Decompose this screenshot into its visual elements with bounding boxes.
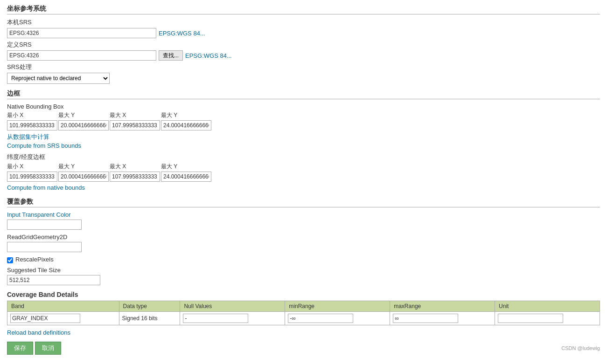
unit-cell: [495, 312, 600, 325]
lat-min-x-col-label: 最小 X: [7, 163, 57, 171]
read-grid-geometry-field[interactable]: [7, 242, 82, 252]
compute-links: 从数据集中计算 Compute from SRS bounds: [7, 133, 600, 149]
srs-handling-select[interactable]: Reproject native to declared Keep native…: [7, 73, 110, 84]
min-y-col-label: 最大 Y: [58, 111, 109, 119]
cancel-button[interactable]: 取消: [35, 342, 61, 355]
null-values-cell: [180, 312, 285, 325]
native-min-y-input[interactable]: [58, 120, 109, 130]
rescale-pixels-row: RescalePixels: [7, 256, 600, 264]
compute-from-data-link[interactable]: 从数据集中计算: [7, 133, 600, 141]
reload-band-link[interactable]: Reload band definitions: [7, 329, 70, 336]
lat-max-y-col-label: 最大 Y: [161, 163, 211, 171]
declared-srs-row: 查找... EPSG:WGS 84...: [7, 50, 600, 61]
native-srs-link[interactable]: EPSG:WGS 84...: [159, 30, 205, 37]
native-bbox-col-headers: 最小 X 最大 Y 最大 X 最大 Y: [7, 111, 600, 119]
compute-from-srs-link[interactable]: Compute from SRS bounds: [7, 142, 81, 149]
data-type-cell: Signed 16 bits: [119, 312, 180, 325]
max-range-input[interactable]: [393, 314, 458, 323]
crs-section: 坐标参考系统 本机SRS EPSG:WGS 84... 定义SRS 查找... …: [7, 5, 600, 84]
native-srs-row: EPSG:WGS 84...: [7, 28, 600, 38]
latlon-bbox-col-headers: 最小 X 最大 Y 最大 X 最大 Y: [7, 163, 600, 171]
read-grid-geometry-label: ReadGridGeometry2D: [7, 234, 600, 240]
min-x-col-label: 最小 X: [7, 111, 57, 119]
srs-handling-row: Reproject native to declared Keep native…: [7, 73, 600, 84]
native-bbox-inputs: [7, 120, 600, 130]
rescale-pixels-checkbox[interactable]: [7, 257, 13, 263]
coverage-params-title: 覆盖参数: [7, 198, 600, 206]
coverage-band-section: Coverage Band Details Band Data type Nul…: [7, 291, 600, 336]
input-transparent-color-field[interactable]: [7, 220, 82, 230]
lat-max-x-input[interactable]: [110, 172, 160, 182]
input-transparent-color-label: Input Transparent Color: [7, 211, 600, 218]
data-type-value: Signed 16 bits: [122, 315, 158, 322]
unit-col-header: Unit: [495, 301, 600, 312]
max-range-cell: [390, 312, 495, 325]
find-button[interactable]: 查找...: [159, 50, 183, 61]
coverage-band-title: Coverage Band Details: [7, 291, 600, 298]
native-srs-label: 本机SRS: [7, 18, 600, 27]
declared-srs-input[interactable]: [7, 50, 156, 61]
null-values-col-header: Null Values: [180, 301, 285, 312]
suggested-tile-size-row: [7, 275, 600, 285]
suggested-tile-size-label: Suggested Tile Size: [7, 267, 600, 274]
unit-input[interactable]: [498, 314, 563, 323]
null-values-input[interactable]: [183, 314, 248, 323]
latlon-bbox-inputs: [7, 172, 600, 182]
suggested-tile-size-field[interactable]: [7, 275, 100, 285]
native-min-x-input[interactable]: [7, 120, 57, 130]
input-transparent-color-row: [7, 220, 600, 230]
latlon-bbox-label: 纬度/经度边框: [7, 153, 600, 161]
declared-srs-label: 定义SRS: [7, 41, 600, 49]
rescale-pixels-label: RescalePixels: [15, 256, 54, 263]
coverage-params-section: 覆盖参数 Input Transparent Color ReadGridGeo…: [7, 198, 600, 285]
footer-bar: 保存 取消 CSDN @ludewig: [7, 342, 600, 355]
band-table: Band Data type Null Values minRange maxR…: [7, 301, 600, 325]
native-srs-input[interactable]: [7, 28, 156, 38]
bbox-section-title: 边框: [7, 89, 600, 98]
crs-section-title: 坐标参考系统: [7, 5, 600, 13]
bbox-section: 边框 Native Bounding Box 最小 X 最大 Y 最大 X 最大…: [7, 89, 600, 191]
lat-max-x-col-label: 最大 X: [110, 163, 160, 171]
min-range-input[interactable]: [288, 314, 353, 323]
max-x-col-label: 最大 X: [110, 111, 160, 119]
table-row: Signed 16 bits: [7, 312, 600, 325]
native-max-x-input[interactable]: [110, 120, 160, 130]
srs-handling-label: SRS处理: [7, 63, 600, 71]
save-button[interactable]: 保存: [7, 342, 33, 355]
min-range-cell: [285, 312, 390, 325]
native-max-y-input[interactable]: [161, 120, 211, 130]
watermark: CSDN @ludewig: [561, 345, 600, 351]
lat-max-y-input[interactable]: [161, 172, 211, 182]
declared-srs-link[interactable]: EPSG:WGS 84...: [185, 52, 232, 59]
band-name-input[interactable]: [10, 314, 80, 323]
lat-min-x-input[interactable]: [7, 172, 57, 182]
lat-min-y-col-label: 最大 Y: [58, 163, 109, 171]
min-range-col-header: minRange: [285, 301, 390, 312]
max-range-col-header: maxRange: [390, 301, 495, 312]
data-type-col-header: Data type: [119, 301, 180, 312]
band-cell: [7, 312, 119, 325]
native-bbox-label: Native Bounding Box: [7, 103, 600, 110]
read-grid-geometry-row: [7, 242, 600, 252]
band-col-header: Band: [7, 301, 119, 312]
max-y-col-label: 最大 Y: [161, 111, 211, 119]
lat-min-y-input[interactable]: [58, 172, 109, 182]
compute-from-native-link[interactable]: Compute from native bounds: [7, 184, 85, 191]
